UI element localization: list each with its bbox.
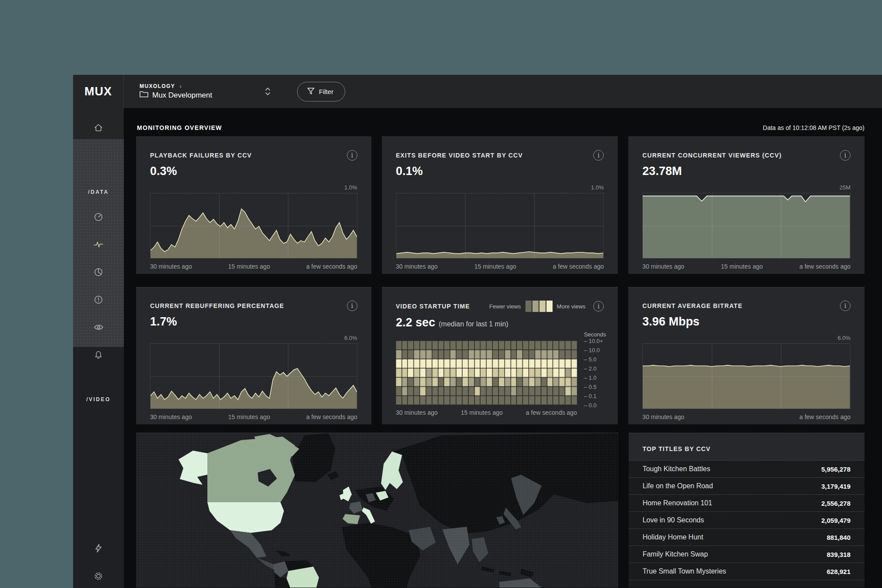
title-name: Tough Kitchen Battles	[643, 465, 710, 473]
heatmap-cell	[499, 368, 504, 377]
heatmap-cell	[480, 359, 486, 368]
info-icon[interactable]: i	[840, 301, 850, 311]
heatmap-legend: Fewer views More views	[489, 301, 585, 312]
heatmap-cell	[426, 359, 432, 368]
title-row[interactable]: Tough Kitchen Battles5,956,278	[629, 460, 864, 477]
info-icon[interactable]: i	[840, 150, 850, 161]
title-row[interactable]: Life on the Open Road3,179,419	[629, 477, 864, 494]
heatmap-cell	[517, 387, 522, 396]
heatmap-cell	[499, 359, 504, 368]
heatmap-cell	[571, 341, 577, 350]
heatmap-cell	[475, 359, 480, 368]
x-axis-label: 30 minutes ago	[150, 263, 192, 270]
heatmap-cell	[444, 350, 450, 359]
heatmap-cell	[480, 396, 486, 405]
legend-swatch	[532, 301, 539, 312]
data-as-of-timestamp: Data as of 10:12:08 AM PST (2s ago)	[763, 124, 864, 131]
heatmap-cell	[535, 368, 541, 377]
heatmap-cell	[505, 387, 511, 396]
heatmap-cell	[511, 359, 517, 368]
top-bar: MUX MUXOLOGY › Mux Development Filter	[73, 75, 882, 108]
title-row[interactable]: Love in 90 Seconds2,059,479	[629, 511, 864, 528]
breadcrumb-env[interactable]: MUXOLOGY	[140, 83, 175, 89]
heatmap-cell	[396, 396, 402, 405]
info-icon[interactable]: i	[593, 150, 604, 161]
sidebar-item-settings[interactable]	[73, 570, 124, 582]
card-video-startup-time: VIDEO STARTUP TIME Fewer views More view…	[382, 287, 618, 424]
heatmap-cell	[571, 387, 577, 396]
x-axis-label: a few seconds ago	[799, 413, 850, 420]
heatmap-cell	[475, 368, 480, 377]
x-axis-label: 30 minutes ago	[150, 413, 192, 420]
heatmap-cell	[523, 341, 528, 350]
heatmap-cell	[523, 378, 528, 386]
heatmap-cell	[553, 359, 559, 368]
x-axis-label: 30 minutes ago	[642, 413, 684, 420]
sidebar-item-alerts[interactable]	[73, 350, 124, 360]
info-icon[interactable]: i	[347, 150, 357, 161]
project-switcher-chevrons-icon[interactable]	[265, 88, 271, 95]
sidebar-item-metrics[interactable]	[73, 267, 124, 277]
sidebar-item-monitoring[interactable]	[73, 239, 124, 250]
heatmap-cell	[408, 350, 413, 359]
title-row[interactable]: Holiday Home Hunt881,840	[629, 528, 864, 546]
heatmap-cell	[517, 341, 522, 350]
heatmap-cell	[426, 341, 432, 350]
heatmap-cell	[553, 378, 559, 386]
heatmap-cell	[499, 350, 504, 359]
heatmap-cell	[535, 359, 541, 368]
info-icon[interactable]: i	[593, 301, 604, 312]
heatmap-cell	[450, 396, 456, 405]
y-axis-max-label: 25M	[642, 184, 850, 191]
title-row[interactable]: Home Renovation 1012,556,278	[629, 494, 864, 511]
heatmap-cell	[486, 359, 492, 368]
filter-button[interactable]: Filter	[297, 82, 345, 102]
project-name[interactable]: Mux Development	[152, 91, 212, 100]
info-icon[interactable]: i	[347, 301, 357, 311]
filter-funnel-icon	[307, 88, 315, 96]
sidebar-item-events[interactable]	[73, 543, 124, 553]
heatmap-cell	[511, 378, 517, 386]
logo-box[interactable]: MUX	[73, 75, 124, 108]
title-name: True Small Town Mysteries	[643, 567, 726, 575]
heatmap-cell	[565, 350, 571, 359]
heatmap-cell	[559, 350, 565, 359]
title-name: Holiday Home Hunt	[643, 533, 704, 541]
mux-logo: MUX	[84, 85, 112, 98]
breadcrumb[interactable]: MUXOLOGY › Mux Development	[140, 83, 212, 100]
heatmap-cell	[456, 378, 462, 386]
heatmap-cell	[553, 341, 559, 350]
heatmap-unit-label: Seconds	[584, 331, 606, 338]
heatmap-cell	[480, 341, 486, 350]
heatmap-cell	[505, 368, 511, 377]
page-title: MONITORING OVERVIEW	[137, 124, 222, 131]
sidebar-item-errors[interactable]	[73, 294, 124, 305]
heatmap-cell	[426, 378, 432, 386]
home-icon	[93, 122, 104, 133]
title-ccv-value: 2,556,278	[821, 500, 850, 507]
title-ccv-value: 839,318	[827, 551, 850, 558]
sidebar-item-views[interactable]	[73, 322, 124, 332]
title-row[interactable]: True Small Town Mysteries628,921	[629, 563, 864, 580]
card-title: CURRENT REBUFFERING PERCENTAGE	[150, 302, 284, 309]
heatmap-cell	[408, 387, 413, 396]
sidebar-item-home[interactable]	[73, 122, 124, 133]
heatmap-cell	[535, 350, 541, 359]
legend-swatch	[525, 301, 532, 312]
heatmap-cell	[432, 368, 438, 377]
heatmap-cell	[414, 378, 420, 386]
heatmap-cell	[414, 359, 420, 368]
sidebar-item-dashboard[interactable]	[73, 212, 124, 222]
heatmap-cell	[475, 341, 480, 350]
heatmap-scale-label: – 10.0	[584, 347, 600, 354]
world-map-svg	[136, 433, 618, 588]
heatmap-cell	[450, 368, 456, 377]
heatmap-cell	[547, 378, 553, 386]
area-chart-exits	[396, 193, 604, 259]
heatmap-cell	[529, 359, 535, 368]
x-axis-labels: 30 minutes ago15 minutes agoa few second…	[396, 263, 604, 270]
legend-fewer-label: Fewer views	[489, 303, 521, 310]
title-row[interactable]: Family Kitchen Swap839,318	[629, 546, 864, 563]
heatmap-cell	[426, 350, 432, 359]
heatmap-cell	[462, 378, 468, 386]
